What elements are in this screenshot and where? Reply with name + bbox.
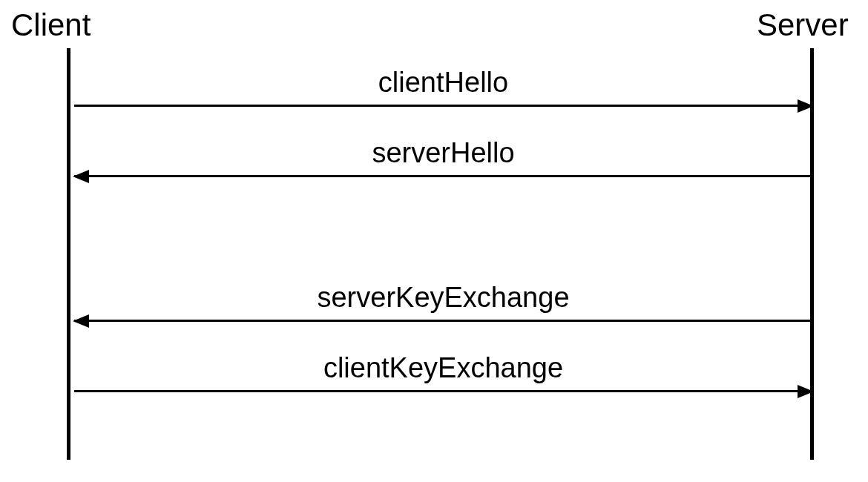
client-label: Client [11,7,91,43]
arrow-right-icon [74,390,812,392]
sequence-diagram: Client Server clientHello serverHello se… [0,0,868,482]
message-server-key-exchange: serverKeyExchange [74,282,812,322]
server-label: Server [757,7,849,43]
message-label: serverHello [74,137,812,169]
message-label: serverKeyExchange [74,282,812,314]
message-label: clientKeyExchange [74,352,812,384]
arrow-left-icon [74,320,812,322]
message-client-hello: clientHello [74,67,812,107]
arrow-right-icon [74,105,812,107]
client-lifeline [67,48,70,460]
arrow-left-icon [74,175,812,177]
message-label: clientHello [74,67,812,99]
message-server-hello: serverHello [74,137,812,177]
message-client-key-exchange: clientKeyExchange [74,352,812,392]
